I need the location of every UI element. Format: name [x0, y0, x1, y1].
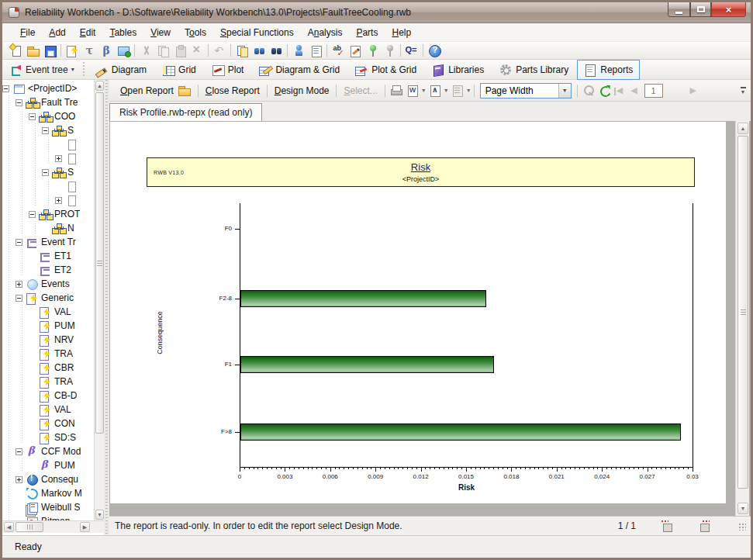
- tree-item-s[interactable]: S: [2, 165, 94, 179]
- module-tab-reports[interactable]: Reports: [577, 60, 640, 80]
- refresh-icon[interactable]: [598, 84, 611, 97]
- tree-scroll-left-button[interactable]: ◀: [4, 522, 14, 532]
- beta-symbol-button[interactable]: [98, 43, 115, 59]
- panel-splitter[interactable]: [104, 80, 109, 535]
- undo-button[interactable]: [211, 43, 228, 59]
- new-project-button[interactable]: [7, 43, 24, 59]
- menu-item-view[interactable]: View: [143, 24, 178, 41]
- export-pdf-icon[interactable]: [428, 84, 441, 97]
- tree-item-tra[interactable]: TRA: [2, 347, 94, 361]
- pin-green-button[interactable]: [364, 43, 381, 59]
- paste-button[interactable]: [171, 43, 188, 59]
- doc-scroll-up-button[interactable]: ▲: [737, 123, 748, 134]
- next-page-button[interactable]: ▶: [686, 85, 700, 95]
- tree-item-event-tr[interactable]: Event Tr: [2, 235, 94, 249]
- menu-item-edit[interactable]: Edit: [73, 24, 103, 41]
- module-tab-grid[interactable]: Grid: [155, 60, 203, 80]
- doc-scroll-down-button[interactable]: ▼: [737, 503, 748, 514]
- collapse-icon[interactable]: [29, 113, 36, 120]
- tree-item-s[interactable]: S: [2, 123, 94, 137]
- design-mode-button[interactable]: Design Mode: [270, 82, 334, 99]
- minimize-button[interactable]: [668, 2, 690, 17]
- open-project-button[interactable]: [24, 43, 41, 59]
- tree-item-cb-d[interactable]: CB-D: [2, 389, 94, 403]
- zoom-combobox[interactable]: Page Width ▼: [480, 83, 572, 99]
- tree-item-cbr[interactable]: CBR: [2, 361, 94, 375]
- tree-scrollbar-thumb[interactable]: [95, 92, 104, 434]
- export-other-icon[interactable]: [451, 84, 464, 97]
- tree-hscrollbar-thumb[interactable]: [16, 522, 43, 532]
- tree-item-ccf-mod[interactable]: CCF Mod: [2, 444, 94, 458]
- copy-pages-button[interactable]: [233, 43, 250, 59]
- delete-button[interactable]: [188, 43, 206, 59]
- save-project-button[interactable]: [41, 43, 58, 59]
- collapse-icon[interactable]: [2, 85, 9, 92]
- tree-item-coo[interactable]: COO: [2, 109, 94, 123]
- tree-item-consequ[interactable]: Consequ: [2, 472, 94, 486]
- collapse-icon[interactable]: [16, 239, 22, 246]
- module-tab-diagram-grid[interactable]: Diagram & Grid: [252, 60, 347, 80]
- cut-button[interactable]: [137, 43, 154, 59]
- tree-item-pum[interactable]: PUM: [2, 458, 94, 472]
- resize-grip-icon[interactable]: [738, 523, 746, 531]
- spell-check-button[interactable]: [330, 43, 347, 59]
- tree-item-tra[interactable]: TRA: [2, 375, 94, 389]
- find-button[interactable]: [250, 43, 268, 59]
- tree-item[interactable]: [2, 137, 94, 151]
- tree-item-generic[interactable]: Generic: [2, 291, 94, 305]
- tree-item-con[interactable]: CON: [2, 417, 94, 430]
- dropdown-caret-icon[interactable]: ▼: [421, 88, 427, 93]
- menu-item-tables[interactable]: Tables: [102, 24, 143, 41]
- select-button[interactable]: Select...: [339, 82, 382, 99]
- pin-grey-button[interactable]: [381, 43, 398, 59]
- collapse-icon[interactable]: [42, 169, 49, 176]
- collapse-icon[interactable]: [42, 127, 49, 134]
- tree-scroll-up-button[interactable]: ▲: [95, 81, 104, 91]
- tree-item-val[interactable]: VAL: [2, 305, 94, 319]
- tree-item-et2[interactable]: ET2: [2, 263, 94, 277]
- edit-data-button[interactable]: [64, 43, 81, 59]
- tree-item-events[interactable]: Events: [2, 277, 94, 291]
- tree-vertical-scrollbar[interactable]: ▲ ▼: [94, 80, 104, 520]
- dropdown-caret-icon[interactable]: ▼: [444, 88, 449, 93]
- module-tab-plot[interactable]: Plot: [205, 60, 251, 80]
- expand-icon[interactable]: [16, 476, 22, 483]
- expand-icon[interactable]: [55, 197, 62, 204]
- dropdown-caret-icon[interactable]: ▼: [466, 88, 471, 93]
- combo-dropdown-button[interactable]: ▼: [558, 84, 571, 98]
- tree-item-et1[interactable]: ET1: [2, 249, 94, 263]
- tau-symbol-button[interactable]: [81, 43, 98, 59]
- open-report-button[interactable]: Open Report: [116, 81, 195, 100]
- add-image-button[interactable]: [115, 43, 132, 59]
- tree-item[interactable]: [2, 179, 94, 193]
- verify-button[interactable]: [347, 43, 364, 59]
- doc-scrollbar-thumb[interactable]: [737, 136, 748, 489]
- menu-item-tools[interactable]: Tools: [178, 24, 213, 41]
- tree-item-pum[interactable]: PUM: [2, 319, 94, 333]
- tree-item-prot[interactable]: PROT: [2, 207, 94, 221]
- title-bar[interactable]: Reliability Workbench - D:\Software\Reli…: [2, 2, 751, 23]
- copy-button[interactable]: [154, 43, 171, 59]
- menu-item-file[interactable]: File: [13, 24, 42, 41]
- tree-item-weibull-s[interactable]: Weibull S: [2, 500, 94, 514]
- maximize-button[interactable]: [690, 2, 711, 17]
- tree-item--projectid-[interactable]: <ProjectID>: [2, 81, 94, 95]
- scope-selector-button[interactable]: Event tree▾: [5, 61, 79, 78]
- expand-icon[interactable]: [55, 155, 62, 162]
- properties-list-button[interactable]: [307, 43, 324, 59]
- print-preview-icon[interactable]: [582, 84, 595, 97]
- help-button[interactable]: [426, 43, 443, 59]
- menu-item-analysis[interactable]: Analysis: [301, 24, 350, 41]
- module-tab-libraries[interactable]: Libraries: [425, 60, 491, 80]
- menu-item-help[interactable]: Help: [385, 24, 418, 41]
- toolbar-overflow-button[interactable]: ▼: [737, 85, 748, 97]
- collapse-icon[interactable]: [16, 448, 22, 455]
- menu-item-parts[interactable]: Parts: [349, 24, 385, 41]
- module-tab-diagram[interactable]: Diagram: [88, 60, 154, 80]
- tree-horizontal-scrollbar[interactable]: ◀ ▶: [2, 520, 104, 533]
- tree-item-n[interactable]: N: [2, 221, 94, 235]
- collapse-icon[interactable]: [29, 211, 36, 218]
- q-formula-button[interactable]: [403, 43, 420, 59]
- menu-item-add[interactable]: Add: [42, 24, 72, 41]
- document-vertical-scrollbar[interactable]: ▲ ▼: [735, 121, 749, 516]
